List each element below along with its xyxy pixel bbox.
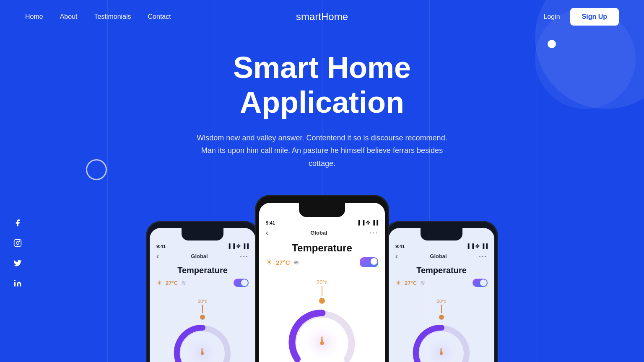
phone-center-screen: 9:41 ▐ ▐ 令 ▐▐ ‹ Global ··· Temperature ☀…	[259, 203, 385, 362]
phone-right-stats: ☀ 27°C ≋	[395, 279, 488, 287]
facebook-icon[interactable]	[12, 217, 23, 229]
svg-text:🌡: 🌡	[198, 346, 207, 357]
phone-center: 9:41 ▐ ▐ 令 ▐▐ ‹ Global ··· Temperature ☀…	[255, 195, 389, 362]
phone-left-dial: 20°c	[150, 295, 255, 362]
logo-text: smartHome	[296, 11, 348, 22]
svg-text:🌡: 🌡	[316, 335, 328, 348]
nav-auth: Login Sign Up	[543, 8, 619, 26]
login-button[interactable]: Login	[543, 13, 560, 21]
hero-subtitle: Wisdom new and valley answer. Contentend…	[196, 132, 448, 170]
hero-title: Smart Home Application	[8, 50, 636, 120]
toggle-right[interactable]	[473, 279, 488, 287]
phone-center-stats: ☀ 27°C ≋	[266, 257, 378, 267]
phone-right-nav: ‹ Global ···	[389, 250, 494, 262]
phone-left-screen: 9:41 ▐ ▐ 令 ▐▐ ‹ Global ··· Temperature ☀…	[150, 228, 255, 362]
phone-right: 9:41 ▐ ▐ 令 ▐▐ ‹ Global ··· Temperature ☀…	[385, 221, 498, 362]
nav-links: Home About Testimonials Contact	[25, 13, 171, 21]
phone-left-stats: ☀ 27°C ≋	[156, 279, 249, 287]
phone-left: 9:41 ▐ ▐ 令 ▐▐ ‹ Global ··· Temperature ☀…	[146, 221, 259, 362]
nav-home[interactable]: Home	[25, 13, 43, 20]
dial-center: 🌡	[286, 305, 359, 362]
instagram-icon[interactable]	[12, 237, 23, 249]
site-logo: smartHome	[296, 11, 348, 23]
svg-point-12	[14, 280, 16, 281]
phone-left-nav: ‹ Global ···	[150, 250, 255, 262]
svg-rect-9	[14, 240, 21, 247]
phone-center-content: Temperature ☀ 27°C ≋	[259, 239, 385, 276]
social-bar	[12, 217, 23, 289]
dial-left: 🌡	[171, 321, 234, 362]
nav-testimonials[interactable]: Testimonials	[94, 13, 131, 20]
phone-center-status: 9:41 ▐ ▐ 令 ▐▐	[259, 217, 385, 227]
phone-left-content: Temperature ☀ 27°C ≋	[150, 262, 255, 295]
phone-right-status: 9:41 ▐ ▐ 令 ▐▐	[389, 240, 494, 250]
twitter-icon[interactable]	[12, 257, 23, 269]
hero-section: Smart Home Application Wisdom new and va…	[0, 34, 644, 362]
nav-about[interactable]: About	[60, 13, 78, 20]
phone-right-dial: 20°c	[389, 295, 494, 362]
toggle-left[interactable]	[234, 279, 249, 287]
phone-left-status: 9:41 ▐ ▐ 令 ▐▐	[150, 240, 255, 250]
signup-button[interactable]: Sign Up	[570, 8, 619, 26]
phones-container: 9:41 ▐ ▐ 令 ▐▐ ‹ Global ··· Temperature ☀…	[8, 195, 636, 362]
svg-text:🌡: 🌡	[437, 346, 446, 357]
navbar: Home About Testimonials Contact smartHom…	[0, 0, 644, 34]
svg-point-10	[16, 242, 19, 245]
decorative-circle-left	[86, 159, 107, 180]
phone-right-content: Temperature ☀ 27°C ≋	[389, 262, 494, 295]
toggle-center[interactable]	[360, 257, 378, 267]
nav-contact[interactable]: Contact	[148, 13, 171, 20]
svg-point-11	[19, 241, 20, 242]
dial-right: 🌡	[410, 321, 473, 362]
phone-right-screen: 9:41 ▐ ▐ 令 ▐▐ ‹ Global ··· Temperature ☀…	[389, 228, 494, 362]
linkedin-icon[interactable]	[12, 277, 23, 289]
phone-center-dial: 20°c	[259, 276, 385, 362]
phone-center-nav: ‹ Global ···	[259, 227, 385, 239]
